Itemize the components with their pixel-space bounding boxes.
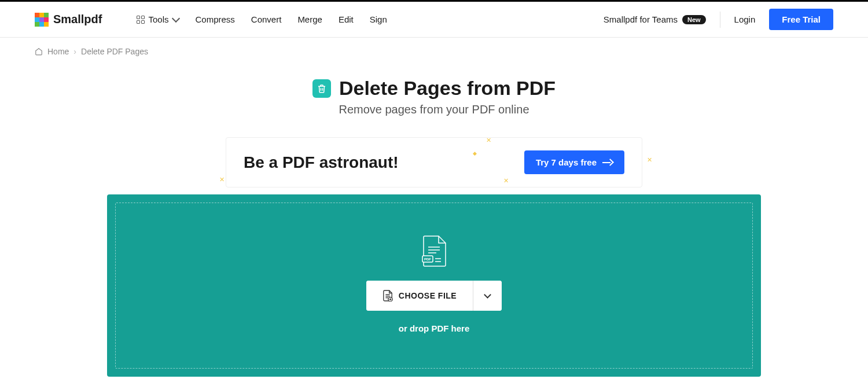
- logo-text: Smallpdf: [53, 13, 102, 26]
- breadcrumb-sep: ›: [73, 47, 76, 56]
- dropzone[interactable]: PDF CHOOSE FILE: [107, 194, 761, 377]
- nav-tools-label: Tools: [148, 14, 168, 24]
- grid-icon: [137, 16, 145, 24]
- breadcrumb: Home › Delete PDF Pages: [0, 38, 868, 65]
- try-free-button[interactable]: Try 7 days free: [524, 150, 624, 174]
- header: Smallpdf Tools Compress Convert Merge Ed…: [0, 2, 868, 38]
- chevron-down-icon: [172, 14, 180, 22]
- choose-file-wrap: CHOOSE FILE: [366, 281, 502, 311]
- free-trial-button[interactable]: Free Trial: [769, 9, 833, 30]
- file-upload-icon: [382, 290, 393, 301]
- logo-icon: [35, 13, 49, 27]
- divider: [720, 12, 720, 28]
- main-content: Delete Pages from PDF Remove pages from …: [107, 65, 761, 390]
- main-nav: Tools Compress Convert Merge Edit Sign: [137, 14, 387, 24]
- promo-headline: Be a PDF astronaut!: [244, 153, 399, 172]
- arrow-right-icon: [602, 160, 613, 165]
- nav-compress[interactable]: Compress: [195, 14, 234, 24]
- header-right: Smallpdf for Teams New Login Free Trial: [604, 9, 833, 30]
- home-icon: [35, 47, 43, 56]
- title-row: Delete Pages from PDF: [107, 77, 761, 100]
- teams-label: Smallpdf for Teams: [604, 14, 678, 24]
- pdf-file-icon: PDF: [421, 236, 447, 267]
- page-title: Delete Pages from PDF: [339, 77, 556, 100]
- dropzone-inner: PDF CHOOSE FILE: [115, 203, 753, 369]
- nav-merge[interactable]: Merge: [297, 14, 322, 24]
- breadcrumb-current: Delete PDF Pages: [81, 47, 148, 56]
- drop-text: or drop PDF here: [399, 323, 470, 333]
- nav-tools[interactable]: Tools: [137, 14, 179, 24]
- page-subtitle: Remove pages from your PDF online: [107, 103, 761, 116]
- chevron-down-icon: [484, 291, 491, 299]
- new-badge: New: [682, 15, 706, 24]
- choose-file-dropdown[interactable]: [473, 281, 502, 311]
- trash-icon: [312, 79, 331, 98]
- nav-sign[interactable]: Sign: [370, 14, 387, 24]
- logo[interactable]: Smallpdf: [35, 13, 102, 27]
- nav-edit[interactable]: Edit: [339, 14, 354, 24]
- try-free-label: Try 7 days free: [536, 157, 597, 167]
- promo-banner: ✕ ✕ ◆ ✕ ✕ Be a PDF astronaut! Try 7 days…: [226, 137, 642, 187]
- choose-file-label: CHOOSE FILE: [399, 291, 457, 300]
- nav-convert[interactable]: Convert: [251, 14, 282, 24]
- teams-link[interactable]: Smallpdf for Teams New: [604, 14, 706, 24]
- login-link[interactable]: Login: [734, 14, 756, 24]
- choose-file-button[interactable]: CHOOSE FILE: [366, 281, 473, 311]
- breadcrumb-home[interactable]: Home: [47, 47, 69, 56]
- svg-text:PDF: PDF: [424, 257, 431, 261]
